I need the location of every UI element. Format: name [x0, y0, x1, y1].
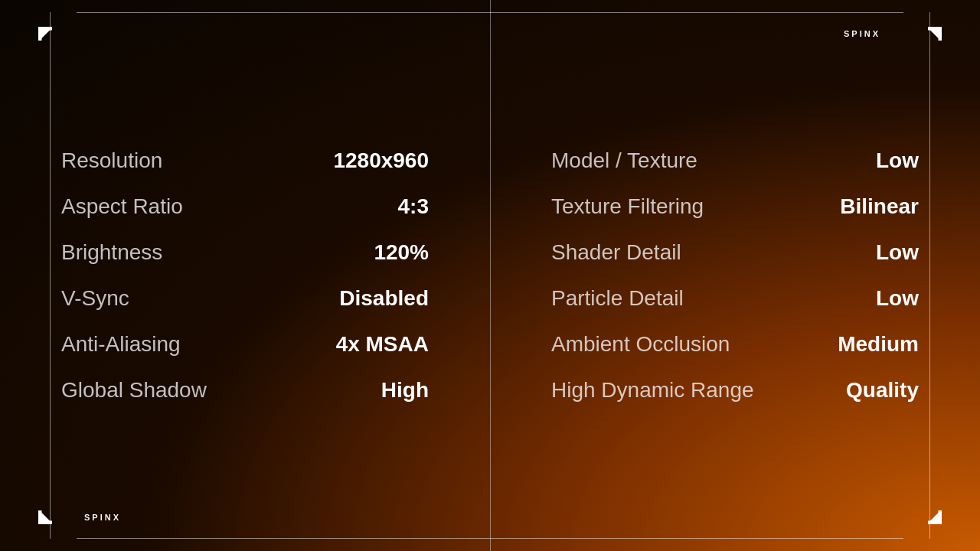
main-content: Resolution1280x960Aspect Ratio4:3Brightn…	[0, 0, 980, 551]
table-row: Brightness120%	[61, 230, 429, 276]
setting-value: Low	[876, 148, 919, 173]
setting-value: Low	[876, 286, 919, 311]
setting-label: Texture Filtering	[551, 194, 704, 219]
left-panel: Resolution1280x960Aspect Ratio4:3Brightn…	[0, 0, 490, 551]
table-row: High Dynamic RangeQuality	[551, 367, 919, 413]
setting-value: 120%	[374, 240, 429, 265]
setting-label: Shader Detail	[551, 240, 681, 265]
setting-value: Bilinear	[840, 194, 919, 219]
table-row: Texture FilteringBilinear	[551, 184, 919, 230]
setting-label: Particle Detail	[551, 286, 684, 311]
setting-value: Low	[876, 240, 919, 265]
table-row: Resolution1280x960	[61, 138, 429, 184]
setting-label: Brightness	[61, 240, 162, 265]
setting-label: Global Shadow	[61, 378, 207, 403]
right-panel: Model / TextureLowTexture FilteringBilin…	[490, 0, 980, 551]
right-settings-table: Model / TextureLowTexture FilteringBilin…	[551, 138, 919, 413]
setting-value: Medium	[838, 332, 919, 357]
setting-value: Quality	[846, 378, 919, 403]
setting-label: Anti-Aliasing	[61, 332, 181, 357]
setting-value: High	[381, 378, 429, 403]
table-row: Anti-Aliasing4x MSAA	[61, 321, 429, 367]
setting-value: 4:3	[398, 194, 429, 219]
left-settings-table: Resolution1280x960Aspect Ratio4:3Brightn…	[61, 138, 429, 413]
table-row: Model / TextureLow	[551, 138, 919, 184]
setting-label: Ambient Occlusion	[551, 332, 730, 357]
setting-label: Model / Texture	[551, 148, 697, 173]
table-row: Ambient OcclusionMedium	[551, 321, 919, 367]
setting-value: 1280x960	[333, 148, 429, 173]
setting-label: High Dynamic Range	[551, 378, 754, 403]
table-row: Global ShadowHigh	[61, 367, 429, 413]
table-row: V-SyncDisabled	[61, 276, 429, 321]
setting-label: V-Sync	[61, 286, 129, 311]
setting-label: Aspect Ratio	[61, 194, 183, 219]
table-row: Shader DetailLow	[551, 230, 919, 276]
table-row: Aspect Ratio4:3	[61, 184, 429, 230]
setting-value: Disabled	[339, 286, 429, 311]
setting-label: Resolution	[61, 148, 162, 173]
table-row: Particle DetailLow	[551, 276, 919, 321]
setting-value: 4x MSAA	[336, 332, 429, 357]
